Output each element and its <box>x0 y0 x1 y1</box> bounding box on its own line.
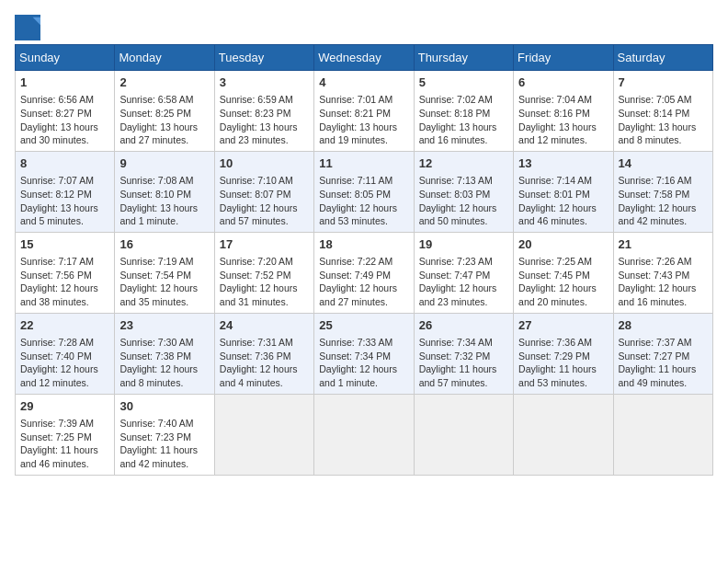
day-info: Sunrise: 7:25 AM Sunset: 7:45 PM Dayligh… <box>518 255 608 309</box>
calendar-cell: 29Sunrise: 7:39 AM Sunset: 7:25 PM Dayli… <box>16 394 115 475</box>
day-number: 20 <box>518 236 608 253</box>
calendar-row-5: 29Sunrise: 7:39 AM Sunset: 7:25 PM Dayli… <box>16 394 713 475</box>
calendar-cell: 28Sunrise: 7:37 AM Sunset: 7:27 PM Dayli… <box>613 313 712 394</box>
day-number: 2 <box>119 75 209 91</box>
day-info: Sunrise: 7:08 AM Sunset: 8:10 PM Dayligh… <box>119 174 209 228</box>
page-header <box>15 15 713 40</box>
day-number: 28 <box>619 317 708 334</box>
day-info: Sunrise: 7:30 AM Sunset: 7:38 PM Dayligh… <box>119 336 209 390</box>
calendar-cell: 21Sunrise: 7:26 AM Sunset: 7:43 PM Dayli… <box>613 232 712 313</box>
calendar-table: SundayMondayTuesdayWednesdayThursdayFrid… <box>15 44 713 476</box>
day-number: 29 <box>20 398 109 415</box>
day-number: 26 <box>419 317 508 334</box>
svg-rect-1 <box>15 28 40 40</box>
header-saturday: Saturday <box>613 45 712 71</box>
day-info: Sunrise: 7:13 AM Sunset: 8:03 PM Dayligh… <box>419 174 508 228</box>
day-number: 25 <box>319 317 408 334</box>
calendar-row-2: 8Sunrise: 7:07 AM Sunset: 8:12 PM Daylig… <box>16 151 713 232</box>
day-info: Sunrise: 6:58 AM Sunset: 8:25 PM Dayligh… <box>119 93 209 147</box>
calendar-row-1: 1Sunrise: 6:56 AM Sunset: 8:27 PM Daylig… <box>16 71 713 152</box>
calendar-cell: 22Sunrise: 7:28 AM Sunset: 7:40 PM Dayli… <box>16 313 115 394</box>
day-info: Sunrise: 7:01 AM Sunset: 8:21 PM Dayligh… <box>319 93 408 147</box>
calendar-cell: 18Sunrise: 7:22 AM Sunset: 7:49 PM Dayli… <box>314 232 414 313</box>
calendar-header-row: SundayMondayTuesdayWednesdayThursdayFrid… <box>16 45 713 71</box>
day-info: Sunrise: 7:14 AM Sunset: 8:01 PM Dayligh… <box>518 174 608 228</box>
day-number: 5 <box>419 75 508 91</box>
day-info: Sunrise: 7:11 AM Sunset: 8:05 PM Dayligh… <box>319 174 408 228</box>
calendar-cell <box>514 394 613 475</box>
day-info: Sunrise: 7:17 AM Sunset: 7:56 PM Dayligh… <box>20 255 109 309</box>
day-info: Sunrise: 7:36 AM Sunset: 7:29 PM Dayligh… <box>518 336 608 390</box>
header-tuesday: Tuesday <box>214 45 313 71</box>
day-info: Sunrise: 7:16 AM Sunset: 7:58 PM Dayligh… <box>619 174 708 228</box>
header-wednesday: Wednesday <box>314 45 414 71</box>
header-monday: Monday <box>115 45 214 71</box>
calendar-cell: 6Sunrise: 7:04 AM Sunset: 8:16 PM Daylig… <box>514 71 613 152</box>
day-info: Sunrise: 7:02 AM Sunset: 8:18 PM Dayligh… <box>419 93 508 147</box>
day-number: 19 <box>419 236 508 253</box>
calendar-cell <box>214 394 313 475</box>
day-number: 11 <box>319 155 408 172</box>
calendar-cell: 10Sunrise: 7:10 AM Sunset: 8:07 PM Dayli… <box>214 151 313 232</box>
day-number: 30 <box>119 398 209 415</box>
header-sunday: Sunday <box>16 45 115 71</box>
day-number: 10 <box>220 155 309 172</box>
calendar-cell: 12Sunrise: 7:13 AM Sunset: 8:03 PM Dayli… <box>414 151 513 232</box>
day-number: 16 <box>119 236 209 253</box>
day-number: 21 <box>619 236 708 253</box>
day-info: Sunrise: 7:33 AM Sunset: 7:34 PM Dayligh… <box>319 336 408 390</box>
day-info: Sunrise: 6:59 AM Sunset: 8:23 PM Dayligh… <box>220 93 309 147</box>
calendar-cell: 16Sunrise: 7:19 AM Sunset: 7:54 PM Dayli… <box>115 232 214 313</box>
calendar-cell: 15Sunrise: 7:17 AM Sunset: 7:56 PM Dayli… <box>16 232 115 313</box>
calendar-cell: 8Sunrise: 7:07 AM Sunset: 8:12 PM Daylig… <box>16 151 115 232</box>
calendar-cell: 26Sunrise: 7:34 AM Sunset: 7:32 PM Dayli… <box>414 313 513 394</box>
day-number: 6 <box>518 75 608 91</box>
calendar-cell: 7Sunrise: 7:05 AM Sunset: 8:14 PM Daylig… <box>613 71 712 152</box>
calendar-cell <box>613 394 712 475</box>
calendar-cell: 23Sunrise: 7:30 AM Sunset: 7:38 PM Dayli… <box>115 313 214 394</box>
day-info: Sunrise: 7:10 AM Sunset: 8:07 PM Dayligh… <box>220 174 309 228</box>
day-number: 18 <box>319 236 408 253</box>
day-info: Sunrise: 6:56 AM Sunset: 8:27 PM Dayligh… <box>20 93 109 147</box>
day-info: Sunrise: 7:22 AM Sunset: 7:49 PM Dayligh… <box>319 255 408 309</box>
calendar-cell: 9Sunrise: 7:08 AM Sunset: 8:10 PM Daylig… <box>115 151 214 232</box>
day-info: Sunrise: 7:04 AM Sunset: 8:16 PM Dayligh… <box>518 93 608 147</box>
day-number: 3 <box>220 75 309 91</box>
calendar-cell: 4Sunrise: 7:01 AM Sunset: 8:21 PM Daylig… <box>314 71 414 152</box>
day-info: Sunrise: 7:40 AM Sunset: 7:23 PM Dayligh… <box>119 417 209 471</box>
day-number: 7 <box>619 75 708 91</box>
calendar-cell: 27Sunrise: 7:36 AM Sunset: 7:29 PM Dayli… <box>514 313 613 394</box>
day-number: 1 <box>20 75 109 91</box>
calendar-cell: 19Sunrise: 7:23 AM Sunset: 7:47 PM Dayli… <box>414 232 513 313</box>
calendar-cell: 2Sunrise: 6:58 AM Sunset: 8:25 PM Daylig… <box>115 71 214 152</box>
day-number: 8 <box>20 155 109 172</box>
day-info: Sunrise: 7:31 AM Sunset: 7:36 PM Dayligh… <box>220 336 309 390</box>
day-number: 12 <box>419 155 508 172</box>
calendar-cell: 1Sunrise: 6:56 AM Sunset: 8:27 PM Daylig… <box>16 71 115 152</box>
day-number: 15 <box>20 236 109 253</box>
calendar-cell: 24Sunrise: 7:31 AM Sunset: 7:36 PM Dayli… <box>214 313 313 394</box>
day-number: 17 <box>220 236 309 253</box>
day-info: Sunrise: 7:20 AM Sunset: 7:52 PM Dayligh… <box>220 255 309 309</box>
day-info: Sunrise: 7:28 AM Sunset: 7:40 PM Dayligh… <box>20 336 109 390</box>
day-info: Sunrise: 7:26 AM Sunset: 7:43 PM Dayligh… <box>619 255 708 309</box>
day-number: 22 <box>20 317 109 334</box>
day-number: 24 <box>220 317 309 334</box>
calendar-row-4: 22Sunrise: 7:28 AM Sunset: 7:40 PM Dayli… <box>16 313 713 394</box>
day-number: 9 <box>119 155 209 172</box>
day-number: 13 <box>518 155 608 172</box>
day-number: 27 <box>518 317 608 334</box>
calendar-cell: 11Sunrise: 7:11 AM Sunset: 8:05 PM Dayli… <box>314 151 414 232</box>
day-info: Sunrise: 7:19 AM Sunset: 7:54 PM Dayligh… <box>119 255 209 309</box>
header-thursday: Thursday <box>414 45 513 71</box>
header-friday: Friday <box>514 45 613 71</box>
calendar-cell: 30Sunrise: 7:40 AM Sunset: 7:23 PM Dayli… <box>115 394 214 475</box>
logo-icon <box>15 15 40 40</box>
calendar-cell <box>414 394 513 475</box>
day-info: Sunrise: 7:07 AM Sunset: 8:12 PM Dayligh… <box>20 174 109 228</box>
day-number: 14 <box>619 155 708 172</box>
calendar-cell: 3Sunrise: 6:59 AM Sunset: 8:23 PM Daylig… <box>214 71 313 152</box>
calendar-cell: 14Sunrise: 7:16 AM Sunset: 7:58 PM Dayli… <box>613 151 712 232</box>
day-info: Sunrise: 7:34 AM Sunset: 7:32 PM Dayligh… <box>419 336 508 390</box>
calendar-cell: 13Sunrise: 7:14 AM Sunset: 8:01 PM Dayli… <box>514 151 613 232</box>
